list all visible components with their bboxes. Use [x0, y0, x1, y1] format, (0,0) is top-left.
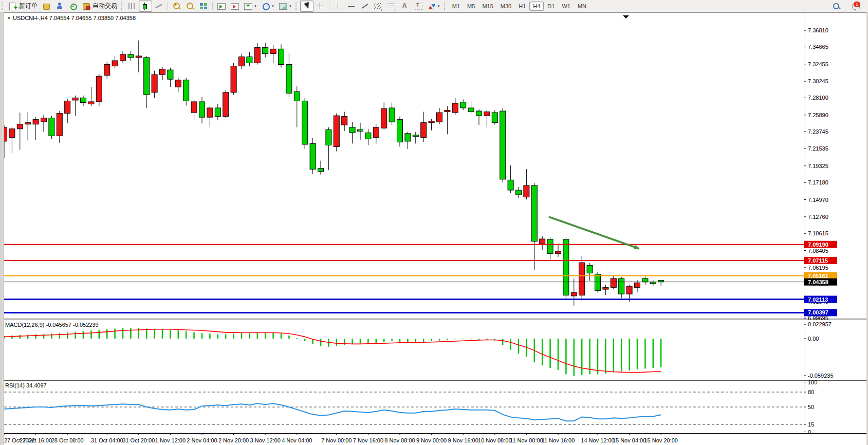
price-tick-label: 7.19325 [808, 163, 828, 169]
time-tick-label: 15 Nov 04:00 [613, 437, 646, 443]
candle [603, 287, 608, 289]
candle [349, 127, 355, 133]
auto-scroll-button[interactable] [215, 1, 228, 12]
channel-button[interactable] [372, 1, 385, 12]
tab-m5[interactable]: M5 [464, 2, 478, 11]
search-button[interactable] [830, 1, 843, 12]
chart-shift-triangle-icon[interactable] [623, 15, 629, 18]
crosshair-icon [316, 2, 325, 10]
toolbar-grip[interactable] [121, 2, 123, 10]
chart-shift-button[interactable] [228, 1, 242, 12]
text-label-button[interactable] [412, 1, 425, 12]
candle [144, 58, 150, 95]
candle [508, 180, 513, 190]
time-tick-label: 9 Nov 00:00 [416, 437, 447, 443]
vertical-line-icon [334, 2, 343, 10]
price-marker-label: 7.00397 [808, 309, 828, 316]
candle [191, 102, 197, 113]
candle [81, 98, 86, 102]
bar-chart-button[interactable] [125, 1, 139, 12]
price-chart-canvas[interactable]: 7.368107.346657.324557.302457.281007.258… [0, 12, 868, 445]
autotrade-button[interactable]: 自动交易 [80, 1, 119, 12]
price-tick-label: 7.10615 [808, 230, 828, 236]
macd-indicator-label: MACD(12,26,9) -0.045657 -0.052239 [5, 322, 99, 328]
candlestick-chart-button[interactable] [139, 1, 152, 12]
tab-m30[interactable]: M30 [497, 2, 515, 11]
zoom-out-button[interactable]: − [183, 1, 197, 12]
templates-button[interactable]: ▼ [276, 1, 294, 12]
price-tick-label: 7.34665 [808, 44, 828, 50]
candle [25, 123, 31, 124]
candle [96, 76, 102, 102]
candle [263, 47, 268, 53]
rsi-indicator-label: RSI(14) 34.4097 [5, 382, 47, 388]
price-marker-label: 7.05161 [808, 273, 828, 279]
price-tick-label: 7.06195 [808, 265, 828, 271]
signal-icon [68, 2, 78, 10]
fibonacci-button[interactable] [385, 1, 398, 12]
candle [302, 101, 308, 144]
main-toolbar: 新订单 自动交易 + − ▼ ▼ ▼ ▼ [0, 0, 868, 12]
tab-h4[interactable]: H4 [529, 2, 544, 11]
autotrade-icon [82, 2, 91, 10]
tab-w1[interactable]: W1 [558, 2, 574, 11]
profile-icon [55, 2, 64, 10]
candle [286, 65, 292, 94]
vertical-line-button[interactable] [331, 1, 345, 12]
toolbar-grip[interactable] [2, 2, 4, 10]
new-order-button[interactable]: 新订单 [6, 1, 40, 12]
candle [626, 286, 632, 294]
chat-button[interactable]: 1 [843, 1, 863, 12]
candle [373, 127, 379, 138]
candle [9, 129, 15, 138]
horizontal-line-button[interactable] [345, 1, 358, 12]
rsi-axis-label: 15 [808, 421, 814, 428]
toolbar-grip[interactable] [444, 2, 447, 10]
chevron-down-icon: ▼ [254, 5, 257, 8]
candle [318, 169, 324, 172]
profile-button[interactable] [53, 1, 66, 12]
crosshair-button[interactable] [313, 1, 327, 12]
notification-badge: 1 [854, 2, 860, 7]
candle [476, 111, 482, 116]
signals-button[interactable] [66, 1, 80, 12]
tab-m15[interactable]: M15 [478, 2, 496, 11]
tab-m1[interactable]: M1 [449, 2, 464, 11]
zoom-in-button[interactable]: + [170, 1, 183, 12]
candle [72, 98, 78, 100]
trend-arrow[interactable] [549, 217, 639, 249]
cursor-button[interactable] [300, 1, 313, 12]
macd-axis-label: 0.00 [808, 336, 819, 342]
candle [334, 116, 339, 146]
candlestick-icon [141, 2, 150, 10]
line-chart-button[interactable] [152, 1, 165, 12]
price-marker-label: 7.09190 [808, 242, 828, 248]
cursor-icon [302, 2, 311, 10]
candle [381, 109, 387, 128]
macd-axis-label: 0.022957 [808, 321, 832, 327]
time-tick-label: 2 Nov 04:00 [187, 437, 217, 443]
time-tick-label: 15 Nov 20:00 [644, 437, 677, 443]
trendline-button[interactable] [358, 1, 372, 12]
tile-windows-button[interactable] [197, 1, 210, 12]
candle [540, 239, 545, 244]
tab-d1[interactable]: D1 [544, 2, 558, 11]
new-chart-button[interactable]: ▼ [242, 1, 259, 12]
toolbar-grip[interactable] [296, 2, 298, 10]
chart-window[interactable]: 7.368107.346657.324557.302457.281007.258… [0, 12, 868, 445]
window-left-edge [0, 12, 4, 445]
candle [571, 292, 577, 296]
macd-axis-label: -0.059235 [808, 373, 834, 379]
arrows-button[interactable]: ▼ [425, 1, 442, 12]
text-button[interactable] [398, 1, 412, 12]
collapse-triangle-icon[interactable]: ▼ [7, 16, 11, 20]
periods-button[interactable]: ▼ [259, 1, 276, 12]
time-tick-label: 28 Oct 08:00 [51, 437, 84, 443]
candle [619, 279, 624, 294]
candle [33, 120, 39, 124]
candle [516, 190, 522, 195]
tab-h1[interactable]: H1 [515, 2, 529, 11]
price-tick-label: 7.23745 [808, 128, 828, 135]
tab-mn[interactable]: MN [574, 2, 590, 11]
market-watch-button[interactable] [40, 1, 53, 12]
